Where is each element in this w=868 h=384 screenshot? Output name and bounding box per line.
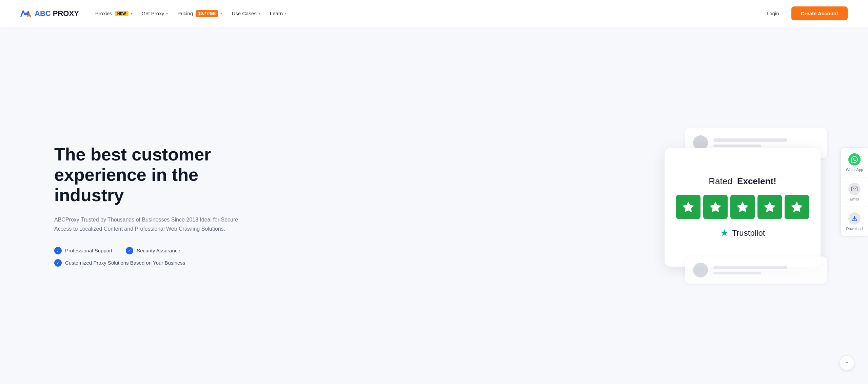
star-box-2 [703,195,728,219]
use-cases-chevron: ▾ [259,12,260,15]
trustpilot-row: ★ Trustpilot [720,227,765,238]
star-box-1 [676,195,701,219]
nav-item-proxies[interactable]: Proxies NEW ▾ [91,8,136,19]
feature-security-assurance: ✓ Security Assurance [126,247,180,254]
line-long-1 [713,138,787,142]
logo-text: ABC PROXY [35,9,79,18]
nav-links: Proxies NEW ▾ Get Proxy ▾ Pricing $0.77/… [91,7,291,20]
line-long-2 [713,266,787,269]
hero-left: The best customer experience in the indu… [54,145,244,267]
create-account-button[interactable]: Create Account [791,6,848,20]
main-content: The best customer experience in the indu… [0,27,868,384]
lines-bottom [713,266,819,274]
scroll-top-icon: ↑ [846,360,849,367]
star-box-4 [757,195,782,219]
nav-item-pricing[interactable]: Pricing $0.77/GB ▾ [173,7,226,20]
avatar-bottom [693,263,708,277]
svg-marker-1 [710,201,721,212]
email-label: Email [850,197,859,201]
svg-marker-3 [764,201,775,212]
nav-item-get-proxy[interactable]: Get Proxy ▾ [138,8,172,19]
line-short-2 [713,272,761,274]
proxies-chevron: ▾ [131,12,132,15]
rating-card: Rated Excelent! [665,148,821,267]
star-box-5 [785,195,809,219]
feature-label-2: Security Assurance [137,248,180,253]
logo[interactable]: ABC PROXY [20,9,79,18]
get-proxy-chevron: ▾ [166,12,168,15]
email-widget[interactable]: Email [841,177,868,207]
trustpilot-star-icon: ★ [720,227,729,238]
star-box-3 [730,195,755,219]
bg-card-bottom [685,256,827,284]
pricing-chevron: ▾ [220,12,222,15]
learn-chevron: ▾ [285,12,287,15]
navbar: ABC PROXY Proxies NEW ▾ Get Proxy ▾ Pric… [0,0,868,27]
lines-top [713,138,819,147]
navbar-right: Login Create Account [761,6,848,20]
check-icon-1: ✓ [54,247,62,254]
trustpilot-label: Trustpilot [732,228,765,238]
svg-marker-2 [737,201,748,212]
feature-label-1: Professional Support [65,248,112,253]
login-button[interactable]: Login [761,8,785,19]
side-widgets: WhatsApp Email Download [841,148,868,236]
feature-row-1: ✓ Professional Support ✓ Security Assura… [54,247,244,254]
whatsapp-label: WhatsApp [846,168,863,172]
download-widget[interactable]: Download [841,207,868,236]
scroll-to-top-button[interactable]: ↑ [840,356,854,370]
nav-item-learn[interactable]: Learn ▾ [266,8,291,19]
email-icon [848,183,861,195]
pricing-badge: $0.77/GB [196,10,218,17]
svg-marker-0 [683,201,694,212]
line-short-1 [713,145,761,147]
feature-professional-support: ✓ Professional Support [54,247,112,254]
feature-customized-proxy: ✓ Customized Proxy Solutions Based on Yo… [54,259,185,267]
logo-icon [20,9,33,18]
rated-text: Rated Excelent! [709,176,776,187]
whatsapp-icon [848,153,861,166]
download-label: Download [846,227,863,231]
whatsapp-widget[interactable]: WhatsApp [841,148,868,177]
hero-right: Rated Excelent! [665,128,827,284]
proxies-badge: NEW [115,11,129,16]
feature-label-3: Customized Proxy Solutions Based on Your… [65,260,185,266]
hero-title: The best customer experience in the indu… [54,145,244,205]
svg-marker-4 [791,201,803,212]
hero-description: ABCProxy Trusted by Thousands of Busines… [54,215,244,233]
check-icon-2: ✓ [126,247,133,254]
nav-item-use-cases[interactable]: Use Cases ▾ [228,8,264,19]
hero-features: ✓ Professional Support ✓ Security Assura… [54,247,244,267]
navbar-left: ABC PROXY Proxies NEW ▾ Get Proxy ▾ Pric… [20,7,291,20]
download-icon [848,212,861,225]
check-icon-3: ✓ [54,259,62,267]
feature-row-2: ✓ Customized Proxy Solutions Based on Yo… [54,259,244,267]
stars-row [676,195,809,219]
